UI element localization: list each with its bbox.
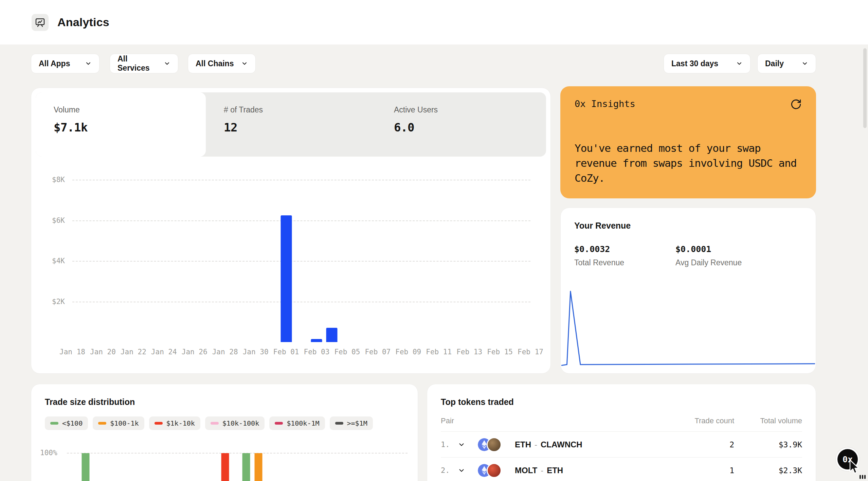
legend-item-lt100[interactable]: <$100 xyxy=(45,416,88,430)
app-header: Analytics xyxy=(0,0,868,44)
chevron-down-icon xyxy=(241,60,248,67)
pair-name: ETH-CLAWNCH xyxy=(515,440,582,449)
trade-count-value: 2 xyxy=(663,440,734,449)
legend-label: $10k-100k xyxy=(222,419,259,427)
x-axis-label: Feb 11 xyxy=(426,348,452,356)
gridline xyxy=(72,302,530,302)
chevron-down-icon xyxy=(736,60,743,67)
stat-label: Active Users xyxy=(394,105,546,114)
row-rank: 1. xyxy=(441,440,458,449)
x-axis-label: Jan 22 xyxy=(121,348,146,356)
table-row[interactable]: 1. ETH-CLAWNCH 2 $3.9K xyxy=(441,431,802,457)
avg-daily-revenue-label: Avg Daily Revenue xyxy=(675,258,777,267)
expand-row-button[interactable] xyxy=(458,441,477,448)
legend-item-100-1k[interactable]: $100-1k xyxy=(93,416,144,430)
expand-row-button[interactable] xyxy=(458,467,477,474)
mouse-cursor-icon xyxy=(848,459,868,481)
trade-size-legend: <$100 $100-1k $1k-10k $10k-100k $100k-1M… xyxy=(45,416,404,430)
date-range-dropdown[interactable]: Last 30 days xyxy=(664,54,751,73)
chevron-down-icon xyxy=(458,441,465,448)
legend-item-100k-1M[interactable]: $100k-1M xyxy=(269,416,325,430)
legend-label: >=$1M xyxy=(347,419,367,427)
y-axis-label: $8K xyxy=(52,176,65,184)
date-range-label: Last 30 days xyxy=(671,59,718,68)
x-axis-label: Jan 18 xyxy=(59,348,85,356)
legend-swatch xyxy=(335,422,343,425)
trade-size-bar[interactable] xyxy=(82,453,90,481)
trade-size-distribution-card: Trade size distribution <$100 $100-1k $1… xyxy=(31,384,418,481)
clawnch-token-icon xyxy=(487,437,502,452)
x-axis-label: Jan 26 xyxy=(182,348,207,356)
chevron-down-icon xyxy=(801,60,808,67)
revenue-sparkline xyxy=(561,285,815,368)
trade-size-bar[interactable] xyxy=(254,453,262,481)
legend-swatch xyxy=(50,422,58,425)
legend-item-gte1M[interactable]: >=$1M xyxy=(330,416,373,430)
all-chains-dropdown[interactable]: All Chains xyxy=(188,54,256,73)
top-tokens-header-row: Pair Trade count Total volume xyxy=(441,416,802,431)
trade-size-bar[interactable] xyxy=(221,453,229,481)
granularity-dropdown[interactable]: Daily xyxy=(757,54,816,73)
tab-number-of-trades[interactable]: # of Trades 12 xyxy=(206,92,376,157)
legend-swatch xyxy=(155,422,163,425)
trade-size-bar[interactable] xyxy=(242,453,250,481)
token-a: MOLT xyxy=(515,466,537,475)
trade-count-value: 1 xyxy=(663,466,734,475)
tab-volume[interactable]: Volume $7.1k xyxy=(36,92,206,157)
legend-swatch xyxy=(211,422,219,425)
total-volume-value: $3.9K xyxy=(734,440,802,449)
x-axis-label: Feb 05 xyxy=(334,348,360,356)
volume-bar[interactable] xyxy=(281,215,292,342)
volume-bar[interactable] xyxy=(311,339,322,342)
legend-item-1k-10k[interactable]: $1k-10k xyxy=(149,416,200,430)
gridline xyxy=(72,220,530,221)
y-axis-label: $6K xyxy=(52,216,65,225)
pair-token-icons xyxy=(477,437,504,452)
volume-bar[interactable] xyxy=(326,328,338,342)
column-pair: Pair xyxy=(441,416,663,425)
all-apps-label: All Apps xyxy=(39,59,70,68)
column-trade-count: Trade count xyxy=(663,416,734,425)
pair-separator: - xyxy=(531,440,541,449)
token-a: ETH xyxy=(515,440,531,449)
avg-daily-revenue-value: $0.0001 xyxy=(675,244,777,254)
insights-title: 0x Insights xyxy=(575,99,635,109)
insights-body-text: You've earned most of your swap revenue … xyxy=(575,141,802,185)
trade-size-100pct-label: 100% xyxy=(40,449,57,457)
row-rank: 2. xyxy=(441,466,458,475)
legend-item-10k-100k[interactable]: $10k-100k xyxy=(205,416,265,430)
gridline xyxy=(72,180,530,180)
x-axis-label: Feb 07 xyxy=(365,348,391,356)
x-axis-label: Jan 28 xyxy=(212,348,238,356)
y-axis-label: $2K xyxy=(52,298,65,306)
page-title: Analytics xyxy=(57,16,109,29)
stat-value: 6.0 xyxy=(394,121,546,134)
granularity-label: Daily xyxy=(765,59,784,68)
table-row[interactable]: 2. MOLT-ETH 1 $2.3K xyxy=(441,457,802,481)
total-revenue-label: Total Revenue xyxy=(574,258,675,267)
x-axis-label: Feb 03 xyxy=(304,348,330,356)
pair-token-icons xyxy=(477,463,504,478)
refresh-icon xyxy=(790,99,802,110)
tab-active-users[interactable]: Active Users 6.0 xyxy=(376,92,546,157)
x-axis-label: Feb 17 xyxy=(518,348,543,356)
pair-name: MOLT-ETH xyxy=(515,466,563,475)
total-revenue-value: $0.0032 xyxy=(574,244,675,254)
x-axis-label: Jan 30 xyxy=(243,348,269,356)
x-axis-label: Jan 24 xyxy=(151,348,177,356)
all-apps-dropdown[interactable]: All Apps xyxy=(31,54,100,73)
stat-label: # of Trades xyxy=(224,105,376,114)
x-axis-label: Feb 09 xyxy=(395,348,421,356)
gridline xyxy=(72,261,530,262)
your-revenue-card: Your Revenue $0.0032 Total Revenue $0.00… xyxy=(560,208,816,374)
x-axis-label: Feb 13 xyxy=(456,348,482,356)
insights-card: 0x Insights You've earned most of your s… xyxy=(560,86,816,198)
all-services-dropdown[interactable]: All Services xyxy=(110,54,178,73)
molt-token-icon xyxy=(487,463,502,478)
x-axis-label: Feb 15 xyxy=(487,348,513,356)
stat-value: 12 xyxy=(224,121,376,134)
refresh-insights-button[interactable] xyxy=(790,99,802,110)
scrollbar-thumb[interactable] xyxy=(863,48,867,128)
trade-size-plot xyxy=(67,453,408,481)
top-tokens-card: Top tokens traded Pair Trade count Total… xyxy=(427,384,816,481)
